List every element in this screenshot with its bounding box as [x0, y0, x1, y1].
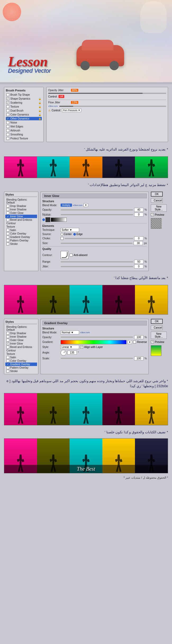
smoothing-cb[interactable] [6, 133, 9, 136]
blend-mode-dropdown[interactable]: ▼ [84, 203, 88, 207]
styles2-outer-glow[interactable]: Outer Glow [5, 338, 37, 342]
inner-glow-cb[interactable] [6, 215, 9, 218]
styles2-satin[interactable]: Satin [5, 356, 37, 359]
airbrush-item[interactable]: Airbrush [6, 129, 42, 132]
size-input[interactable]: 30 [134, 241, 143, 245]
styles2-blending[interactable]: Blending Options: Default [5, 325, 37, 332]
contour-preview[interactable] [61, 251, 69, 259]
size-slider[interactable] [61, 243, 133, 244]
center-radio[interactable]: Center [61, 233, 72, 236]
control-toggle-btn[interactable]: Off [58, 95, 64, 98]
ok-button-2[interactable]: OK [151, 319, 163, 324]
drop-shadow-cb[interactable] [6, 205, 9, 208]
cancel-button-2[interactable]: Cancel [151, 325, 163, 330]
range-slider[interactable] [61, 261, 133, 262]
preview-cb-2[interactable] [151, 341, 154, 343]
other-dynamics-cb[interactable] [6, 117, 9, 120]
technique-dropdown[interactable]: Softer ▼ [61, 228, 79, 232]
opacity-slider[interactable] [48, 93, 166, 94]
protect-texture-item[interactable]: Protect Texture [6, 137, 42, 140]
is2-cb[interactable] [6, 335, 9, 338]
color-dynamics-cb[interactable] [6, 113, 9, 116]
align-layer-cb[interactable] [80, 346, 83, 349]
jitter-input[interactable]: 0 [134, 264, 143, 268]
brush-tip-shape-cb[interactable] [6, 93, 9, 96]
st2-cb[interactable] [6, 370, 9, 373]
choke-slider[interactable] [65, 238, 133, 239]
stroke-cb[interactable] [6, 242, 9, 245]
styles2-bevel-emboss[interactable]: Bevel and Emboss [5, 345, 37, 349]
styles2-color-overlay[interactable]: Color Overlay [5, 359, 37, 363]
co2-cb[interactable] [6, 359, 9, 362]
scattering-cb[interactable] [6, 101, 9, 104]
texture-cb[interactable] [6, 105, 9, 108]
ig-opacity-slider[interactable] [61, 209, 133, 210]
satin-cb[interactable] [6, 229, 9, 232]
go-scale-slider[interactable] [61, 358, 133, 359]
styles2-contour[interactable]: Contour [5, 349, 37, 352]
styles2-gradient-overlay[interactable]: Gradient Overlay [5, 363, 37, 366]
flow-slider[interactable] [59, 106, 166, 107]
go-blend-mode-dropdown[interactable]: Normal ▼ [61, 330, 79, 334]
styles-inner-glow[interactable]: Inner Glow [5, 215, 37, 218]
ok-button-1[interactable]: OK [151, 192, 163, 197]
styles2-drop-shadow[interactable]: Drop Shadow [5, 332, 37, 335]
og2-cb[interactable] [6, 339, 9, 342]
reverse-cb[interactable] [133, 341, 136, 343]
dual-brush-cb[interactable] [6, 109, 9, 112]
styles-satin[interactable]: Satin [5, 228, 37, 232]
glow-gradient-swatch[interactable] [51, 218, 67, 222]
po2-cb[interactable] [6, 366, 9, 369]
color-overlay-cb[interactable] [6, 232, 9, 235]
go-opacity-slider[interactable] [61, 337, 133, 338]
go-scale-input[interactable]: 100 [134, 356, 143, 360]
wet-edges-item[interactable]: Wet Edges [6, 125, 42, 128]
ds2-cb[interactable] [6, 332, 9, 335]
cancel-button-1[interactable]: Cancel [151, 198, 163, 203]
edge-radio[interactable]: Edge [73, 233, 83, 236]
noise-item[interactable]: Noise [6, 121, 42, 124]
styles-gradient-overlay[interactable]: Gradient Overlay [5, 235, 37, 239]
shape-dynamics-item[interactable]: Shape Dynamics 🔒 [6, 97, 42, 100]
glow-color-swatch[interactable] [46, 217, 50, 222]
styles2-inner-glow[interactable]: Inner Glow [5, 342, 37, 345]
noise-slider[interactable] [61, 214, 133, 215]
pen-pressure-dropdown[interactable]: Pen Pressure ▼ [62, 108, 81, 112]
jitter-slider[interactable] [61, 266, 133, 267]
ig-opacity-input[interactable]: 40 [134, 208, 143, 212]
choke-checkbox[interactable] [61, 237, 64, 240]
styles-blending-options[interactable]: Blending Options: Default [5, 198, 37, 204]
styles-outer-glow[interactable]: Outer Glow [5, 211, 37, 215]
gradient-bar[interactable] [61, 340, 126, 344]
smoothing-item[interactable]: Smoothing [6, 133, 42, 136]
styles-inner-shadow[interactable]: Inner Shadow [5, 208, 37, 211]
styles-drop-shadow[interactable]: Drop Shadow [5, 204, 37, 208]
texture-item[interactable]: Texture 🔒 [6, 105, 42, 108]
styles-stroke[interactable]: Stroke [5, 242, 37, 246]
styles-pattern-overlay[interactable]: Pattern Overlay [5, 239, 37, 242]
styles2-stroke[interactable]: Stroke [5, 369, 37, 373]
scattering-item[interactable]: Scattering 🔒 [6, 101, 42, 104]
pattern-overlay-cb[interactable] [6, 239, 9, 242]
new-style-button-1[interactable]: New Style... [151, 204, 167, 212]
bevel-emboss-cb[interactable] [6, 218, 9, 221]
styles-texture[interactable]: Texture [5, 225, 37, 228]
noise-input[interactable]: 0 [134, 213, 143, 217]
styles-bevel-emboss[interactable]: Bevel and Emboss [5, 218, 37, 222]
styles-contour[interactable]: Contour [5, 222, 37, 225]
styles2-pattern-overlay[interactable]: Pattern Overlay [5, 366, 37, 369]
go2-cb[interactable] [6, 363, 9, 366]
preview-cb-1[interactable] [151, 213, 154, 216]
outer-glow-cb[interactable] [6, 211, 9, 214]
angle-dial[interactable] [61, 350, 66, 356]
go-opacity-input[interactable]: 100 [134, 335, 143, 339]
protect-texture-cb[interactable] [6, 137, 9, 140]
brush-tip-shape-item[interactable]: Brush Tip Shape [6, 93, 42, 96]
other-dynamics-item[interactable]: Other Dynamics 🔒 [6, 117, 42, 120]
anti-alias-cb[interactable] [70, 254, 73, 257]
dual-brush-item[interactable]: Dual Brush 🔒 [6, 109, 42, 112]
shape-dynamics-cb[interactable] [6, 97, 9, 100]
styles2-texture[interactable]: Texture [5, 352, 37, 356]
inner-shadow-cb[interactable] [6, 208, 9, 211]
range-input[interactable]: 50 [134, 260, 143, 264]
